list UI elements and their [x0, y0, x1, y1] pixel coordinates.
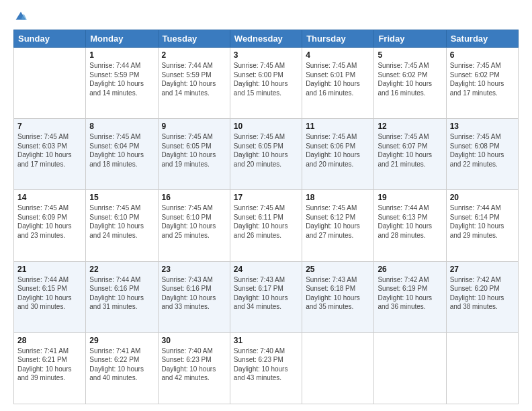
day-info: Sunrise: 7:44 AMSunset: 6:14 PMDaylight:…: [450, 203, 515, 240]
sunrise-text: Sunrise: 7:41 AM: [89, 347, 154, 356]
day-number: 6: [450, 50, 515, 60]
day-info: Sunrise: 7:44 AMSunset: 5:59 PMDaylight:…: [162, 61, 226, 97]
daylight-text-2: and 14 minutes.: [162, 89, 226, 98]
day-number: 8: [89, 122, 154, 131]
day-cell: 26Sunrise: 7:42 AMSunset: 6:19 PMDayligh…: [374, 261, 446, 332]
sunset-text: Sunset: 6:06 PM: [306, 142, 370, 151]
day-cell: 13Sunrise: 7:45 AMSunset: 6:08 PMDayligh…: [446, 119, 518, 190]
day-info: Sunrise: 7:43 AMSunset: 6:17 PMDaylight:…: [234, 275, 298, 312]
day-number: 15: [89, 193, 154, 202]
daylight-text-2: and 20 minutes.: [234, 160, 298, 169]
day-info: Sunrise: 7:45 AMSunset: 6:05 PMDaylight:…: [234, 132, 298, 169]
daylight-text: Daylight: 10 hours: [378, 222, 442, 231]
day-number: 19: [378, 193, 442, 202]
day-info: Sunrise: 7:40 AMSunset: 6:23 PMDaylight:…: [234, 347, 298, 383]
daylight-text: Daylight: 10 hours: [234, 79, 298, 89]
sunrise-text: Sunrise: 7:44 AM: [17, 275, 82, 285]
daylight-text: Daylight: 10 hours: [234, 293, 298, 303]
day-number: 18: [306, 193, 370, 202]
day-info: Sunrise: 7:45 AMSunset: 6:06 PMDaylight:…: [306, 132, 370, 169]
day-number: 2: [162, 50, 226, 60]
day-info: Sunrise: 7:45 AMSunset: 6:00 PMDaylight:…: [234, 61, 298, 97]
daylight-text-2: and 14 minutes.: [89, 89, 154, 98]
sunrise-text: Sunrise: 7:45 AM: [234, 203, 298, 213]
day-cell: 21Sunrise: 7:44 AMSunset: 6:15 PMDayligh…: [14, 261, 86, 332]
sunset-text: Sunset: 6:05 PM: [234, 142, 298, 151]
day-cell: [374, 332, 446, 404]
sunrise-text: Sunrise: 7:40 AM: [162, 347, 226, 356]
sunrise-text: Sunrise: 7:45 AM: [306, 132, 370, 142]
daylight-text: Daylight: 10 hours: [17, 222, 82, 231]
sunrise-text: Sunrise: 7:40 AM: [234, 347, 298, 356]
sunset-text: Sunset: 6:00 PM: [234, 71, 298, 80]
day-cell: 31Sunrise: 7:40 AMSunset: 6:23 PMDayligh…: [230, 332, 302, 404]
day-cell: [14, 48, 86, 119]
daylight-text-2: and 20 minutes.: [306, 160, 370, 169]
day-cell: 15Sunrise: 7:45 AMSunset: 6:10 PMDayligh…: [86, 190, 158, 261]
daylight-text: Daylight: 10 hours: [162, 150, 226, 160]
sunset-text: Sunset: 6:02 PM: [378, 71, 442, 80]
daylight-text-2: and 42 minutes.: [162, 373, 226, 383]
day-number: 24: [234, 265, 298, 274]
daylight-text-2: and 33 minutes.: [162, 302, 226, 312]
daylight-text: Daylight: 10 hours: [450, 293, 515, 303]
day-cell: [302, 332, 374, 404]
day-number: 23: [162, 265, 226, 274]
daylight-text-2: and 25 minutes.: [162, 231, 226, 240]
daylight-text: Daylight: 10 hours: [306, 293, 370, 303]
day-number: 31: [234, 336, 298, 345]
day-info: Sunrise: 7:45 AMSunset: 6:04 PMDaylight:…: [89, 132, 154, 169]
daylight-text: Daylight: 10 hours: [89, 365, 154, 374]
sunrise-text: Sunrise: 7:45 AM: [89, 203, 154, 213]
day-number: 22: [89, 265, 154, 274]
day-cell: 11Sunrise: 7:45 AMSunset: 6:06 PMDayligh…: [302, 119, 374, 190]
sunrise-text: Sunrise: 7:44 AM: [162, 61, 226, 71]
day-cell: 18Sunrise: 7:45 AMSunset: 6:12 PMDayligh…: [302, 190, 374, 261]
day-info: Sunrise: 7:45 AMSunset: 6:07 PMDaylight:…: [378, 132, 442, 169]
daylight-text-2: and 36 minutes.: [378, 302, 442, 312]
logo: [13, 11, 30, 23]
sunrise-text: Sunrise: 7:45 AM: [162, 203, 226, 213]
daylight-text-2: and 23 minutes.: [17, 231, 82, 240]
daylight-text-2: and 17 minutes.: [450, 89, 515, 98]
daylight-text-2: and 29 minutes.: [450, 231, 515, 240]
daylight-text-2: and 35 minutes.: [306, 302, 370, 312]
daylight-text: Daylight: 10 hours: [234, 222, 298, 231]
daylight-text-2: and 24 minutes.: [89, 231, 154, 240]
header-cell-monday: Monday: [86, 30, 158, 48]
day-cell: 7Sunrise: 7:45 AMSunset: 6:03 PMDaylight…: [14, 119, 86, 190]
sunrise-text: Sunrise: 7:45 AM: [17, 203, 82, 213]
sunset-text: Sunset: 6:01 PM: [306, 71, 370, 80]
sunset-text: Sunset: 6:18 PM: [306, 284, 370, 293]
sunset-text: Sunset: 6:21 PM: [17, 355, 82, 365]
sunrise-text: Sunrise: 7:45 AM: [378, 61, 442, 71]
day-cell: 27Sunrise: 7:42 AMSunset: 6:20 PMDayligh…: [446, 261, 518, 332]
week-row-1: 7Sunrise: 7:45 AMSunset: 6:03 PMDaylight…: [14, 119, 519, 190]
day-number: 7: [17, 122, 82, 131]
sunrise-text: Sunrise: 7:44 AM: [89, 61, 154, 71]
daylight-text: Daylight: 10 hours: [162, 79, 226, 89]
day-number: 21: [17, 265, 82, 274]
daylight-text: Daylight: 10 hours: [17, 293, 82, 303]
day-cell: 1Sunrise: 7:44 AMSunset: 5:59 PMDaylight…: [86, 48, 158, 119]
daylight-text: Daylight: 10 hours: [450, 222, 515, 231]
daylight-text-2: and 21 minutes.: [378, 160, 442, 169]
sunset-text: Sunset: 6:05 PM: [162, 142, 226, 151]
day-number: 9: [162, 122, 226, 131]
day-cell: 28Sunrise: 7:41 AMSunset: 6:21 PMDayligh…: [14, 332, 86, 404]
day-info: Sunrise: 7:42 AMSunset: 6:19 PMDaylight:…: [378, 275, 442, 312]
sunset-text: Sunset: 6:22 PM: [89, 355, 154, 365]
week-row-4: 28Sunrise: 7:41 AMSunset: 6:21 PMDayligh…: [14, 332, 519, 404]
day-cell: 23Sunrise: 7:43 AMSunset: 6:16 PMDayligh…: [158, 261, 230, 332]
day-number: 17: [234, 193, 298, 202]
day-number: 28: [17, 336, 82, 345]
day-info: Sunrise: 7:44 AMSunset: 6:13 PMDaylight:…: [378, 203, 442, 240]
daylight-text-2: and 18 minutes.: [89, 160, 154, 169]
sunrise-text: Sunrise: 7:45 AM: [17, 132, 82, 142]
sunset-text: Sunset: 6:08 PM: [450, 142, 515, 151]
day-info: Sunrise: 7:45 AMSunset: 6:11 PMDaylight:…: [234, 203, 298, 240]
sunrise-text: Sunrise: 7:44 AM: [450, 203, 515, 213]
day-number: 13: [450, 122, 515, 131]
sunrise-text: Sunrise: 7:45 AM: [306, 61, 370, 71]
daylight-text: Daylight: 10 hours: [89, 293, 154, 303]
